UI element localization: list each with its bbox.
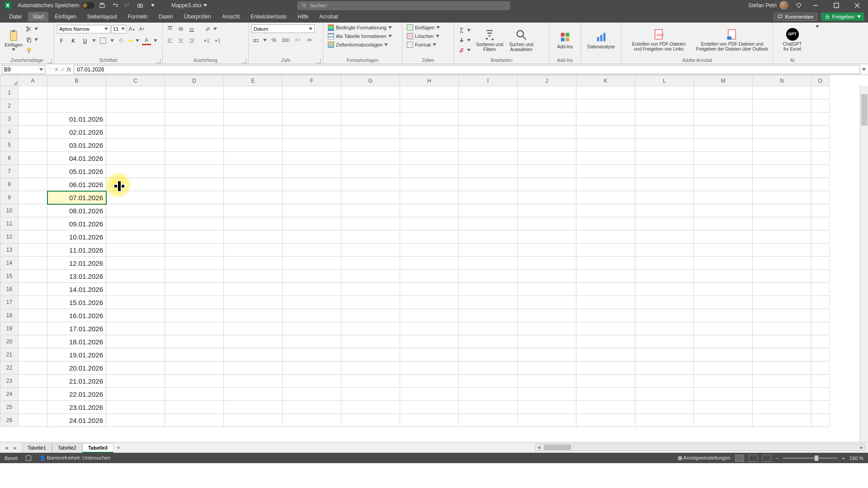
cell-D24[interactable]: [165, 388, 224, 401]
cell-E6[interactable]: [224, 152, 283, 165]
cell-K24[interactable]: [576, 388, 635, 401]
col-header-partial[interactable]: O: [811, 75, 830, 86]
cell-J16[interactable]: [518, 283, 576, 296]
cell-M26[interactable]: [694, 414, 753, 427]
redo-icon[interactable]: [123, 0, 132, 10]
cell-J19[interactable]: [518, 322, 576, 335]
chevron-down-icon[interactable]: [34, 28, 38, 30]
cell-E15[interactable]: [224, 270, 283, 283]
cell-F6[interactable]: [283, 152, 341, 165]
cell-G9[interactable]: [341, 191, 400, 204]
minimize-button[interactable]: [807, 0, 825, 11]
cell-J1[interactable]: [518, 86, 576, 99]
tab-daten[interactable]: Daten: [154, 12, 178, 22]
cell-B15[interactable]: 13.01.2026: [47, 270, 106, 283]
display-settings[interactable]: ▦ Anzeigeeinstellungen: [678, 455, 731, 461]
cell-partial[interactable]: [811, 309, 830, 322]
col-header-H[interactable]: H: [400, 75, 459, 86]
row-header-26[interactable]: 26: [0, 414, 19, 427]
cell-N25[interactable]: [753, 401, 811, 414]
view-normal-button[interactable]: [735, 455, 744, 462]
cell-partial[interactable]: [811, 191, 830, 204]
cell-I1[interactable]: [459, 86, 518, 99]
cell-N23[interactable]: [753, 375, 811, 388]
ribbon-collapse-button[interactable]: [811, 23, 823, 64]
cell-F13[interactable]: [283, 244, 341, 257]
cell-H16[interactable]: [400, 283, 459, 296]
cell-D16[interactable]: [165, 283, 224, 296]
dialog-launcher-icon[interactable]: [316, 59, 321, 63]
cell-C5[interactable]: [106, 139, 165, 152]
conditional-formatting-button[interactable]: Bedingte Formatierung: [326, 23, 394, 32]
share-button[interactable]: Freigeben: [821, 13, 864, 21]
cell-C10[interactable]: [106, 204, 165, 217]
cell-partial[interactable]: [811, 375, 830, 388]
cell-E13[interactable]: [224, 244, 283, 257]
chevron-down-icon[interactable]: [34, 38, 38, 41]
cell-N5[interactable]: [753, 139, 811, 152]
find-select-button[interactable]: Suchen und Auswählen: [506, 24, 537, 56]
cell-A5[interactable]: [19, 139, 47, 152]
cell-I6[interactable]: [459, 152, 518, 165]
col-header-C[interactable]: C: [106, 75, 165, 86]
percent-icon[interactable]: %: [269, 36, 278, 45]
cell-I23[interactable]: [459, 375, 518, 388]
maximize-button[interactable]: [827, 0, 845, 11]
cell-D4[interactable]: [165, 126, 224, 139]
cell-M3[interactable]: [694, 113, 753, 126]
cell-J11[interactable]: [518, 217, 576, 230]
tab-hilfe[interactable]: Hilfe: [293, 12, 313, 22]
cell-J12[interactable]: [518, 230, 576, 244]
cell-J10[interactable]: [518, 204, 576, 217]
cell-I25[interactable]: [459, 401, 518, 414]
cell-F25[interactable]: [283, 401, 341, 414]
autosave-toggle[interactable]: [82, 2, 94, 9]
cell-D7[interactable]: [165, 165, 224, 178]
font-color-icon[interactable]: A: [142, 36, 151, 45]
cell-C2[interactable]: [106, 99, 165, 113]
cell-G20[interactable]: [341, 335, 400, 348]
cell-N19[interactable]: [753, 322, 811, 335]
cell-M2[interactable]: [694, 99, 753, 113]
cell-F12[interactable]: [283, 230, 341, 244]
undo-icon[interactable]: [110, 0, 120, 10]
cell-F24[interactable]: [283, 388, 341, 401]
cell-E24[interactable]: [224, 388, 283, 401]
create-pdf-outlook-button[interactable]: Erstellen von PDF-Dateien und Freigeben …: [694, 23, 770, 56]
cell-H1[interactable]: [400, 86, 459, 99]
underline-button[interactable]: U: [80, 36, 90, 45]
cell-J21[interactable]: [518, 348, 576, 361]
cell-G24[interactable]: [341, 388, 400, 401]
cell-K4[interactable]: [576, 126, 635, 139]
cell-K2[interactable]: [576, 99, 635, 113]
cell-M6[interactable]: [694, 152, 753, 165]
cell-A6[interactable]: [19, 152, 47, 165]
cell-L5[interactable]: [635, 139, 694, 152]
cell-K13[interactable]: [576, 244, 635, 257]
row-header-18[interactable]: 18: [0, 309, 19, 322]
comments-button[interactable]: Kommentare: [774, 13, 817, 21]
cell-C21[interactable]: [106, 348, 165, 361]
cell-G26[interactable]: [341, 414, 400, 427]
cell-J6[interactable]: [518, 152, 576, 165]
zoom-slider[interactable]: [783, 457, 837, 459]
cell-M10[interactable]: [694, 204, 753, 217]
cell-partial[interactable]: [811, 244, 830, 257]
cell-I20[interactable]: [459, 335, 518, 348]
cell-B22[interactable]: 20.01.2026: [47, 361, 106, 375]
cell-N17[interactable]: [753, 296, 811, 309]
save-icon[interactable]: [97, 0, 107, 10]
cell-I5[interactable]: [459, 139, 518, 152]
cell-L24[interactable]: [635, 388, 694, 401]
cell-I11[interactable]: [459, 217, 518, 230]
cell-C1[interactable]: [106, 86, 165, 99]
cell-H18[interactable]: [400, 309, 459, 322]
row-header-21[interactable]: 21: [0, 348, 19, 361]
cell-C4[interactable]: [106, 126, 165, 139]
cell-I9[interactable]: [459, 191, 518, 204]
fx-icon[interactable]: fx: [67, 66, 71, 73]
confirm-icon[interactable]: ✓: [61, 66, 65, 73]
cell-B3[interactable]: 01.01.2026: [47, 113, 106, 126]
scroll-right-icon[interactable]: ►: [859, 443, 865, 452]
cell-K7[interactable]: [576, 165, 635, 178]
